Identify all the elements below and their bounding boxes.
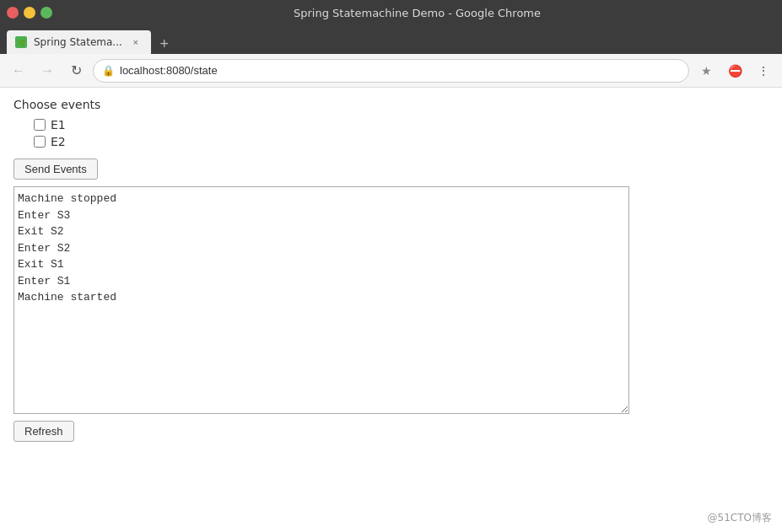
address-bar[interactable]: 🔒 <box>93 59 689 83</box>
browser-tab[interactable]: 🌿 Spring Statema... × <box>7 30 151 54</box>
title-bar: Spring Statemachine Demo - Google Chrome <box>0 0 782 25</box>
nav-bar: ← → ↻ 🔒 ★ ⛔ ⋮ <box>0 54 782 88</box>
bookmark-button[interactable]: ★ <box>694 59 718 83</box>
minimize-button[interactable] <box>24 7 35 19</box>
reload-icon: ↻ <box>71 62 82 78</box>
choose-events-label: Choose events <box>13 98 769 111</box>
page-content: Choose events E1 E2 Send Events Refresh <box>0 88 782 532</box>
menu-button[interactable]: ⋮ <box>752 59 775 83</box>
new-tab-button[interactable]: + <box>153 34 176 54</box>
window-controls <box>7 7 52 19</box>
e2-label: E2 <box>51 135 66 148</box>
tab-label: Spring Statema... <box>34 36 122 48</box>
url-input[interactable] <box>120 64 680 77</box>
refresh-button[interactable]: Refresh <box>13 421 74 442</box>
maximize-button[interactable] <box>40 7 52 19</box>
stop-icon: ⛔ <box>728 64 742 78</box>
watermark: @51CTO博客 <box>708 511 772 525</box>
forward-button[interactable]: → <box>35 59 59 83</box>
e2-checkbox[interactable] <box>34 136 46 148</box>
tab-close-button[interactable]: × <box>129 35 143 49</box>
e1-checkbox[interactable] <box>34 119 46 131</box>
log-textarea[interactable] <box>13 186 629 414</box>
send-events-button[interactable]: Send Events <box>13 159 98 180</box>
events-list: E1 E2 <box>13 118 769 148</box>
event-item-e2: E2 <box>34 135 769 148</box>
forward-icon: → <box>40 63 54 78</box>
tab-favicon-icon: 🌿 <box>15 36 27 48</box>
e1-label: E1 <box>51 118 66 132</box>
stop-button[interactable]: ⛔ <box>723 59 747 83</box>
lock-icon: 🔒 <box>102 65 115 77</box>
reload-button[interactable]: ↻ <box>64 59 88 83</box>
bookmark-icon: ★ <box>701 64 712 78</box>
tab-bar: 🌿 Spring Statema... × + <box>0 25 782 54</box>
back-button[interactable]: ← <box>7 59 30 83</box>
close-button[interactable] <box>7 7 19 19</box>
event-item-e1: E1 <box>34 118 769 132</box>
window-title: Spring Statemachine Demo - Google Chrome <box>59 7 775 19</box>
svg-text:🌿: 🌿 <box>18 39 25 46</box>
menu-icon: ⋮ <box>758 64 769 78</box>
back-icon: ← <box>12 63 25 78</box>
